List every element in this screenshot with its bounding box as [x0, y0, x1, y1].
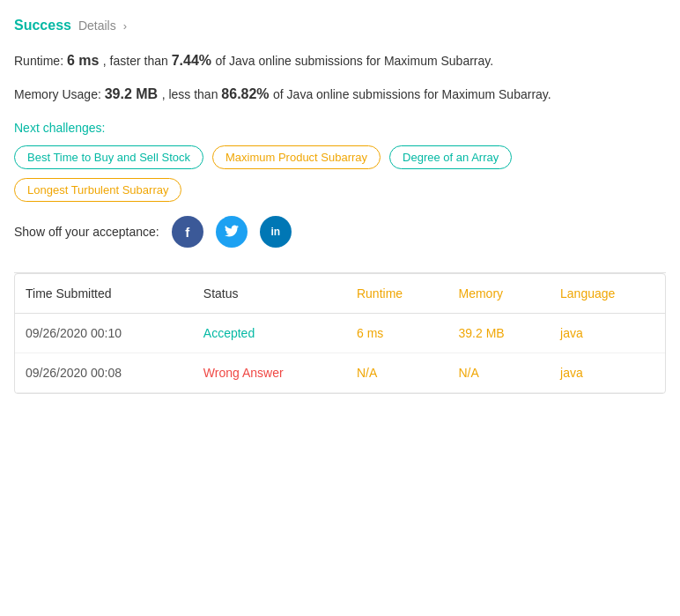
status-cell: Accepted: [193, 314, 346, 353]
details-link[interactable]: Details: [78, 19, 116, 33]
challenge-tag[interactable]: Best Time to Buy and Sell Stock: [14, 145, 203, 169]
next-challenges-label: Next challenges:: [14, 121, 666, 135]
twitter-button[interactable]: [216, 216, 248, 248]
success-label: Success: [14, 18, 71, 33]
facebook-button[interactable]: f: [172, 216, 203, 248]
share-row: Show off your acceptance: f in: [14, 216, 666, 248]
table-header: Time SubmittedStatusRuntimeMemoryLanguag…: [15, 274, 665, 314]
challenge-tag[interactable]: Longest Turbulent Subarray: [14, 178, 181, 202]
table-body: 09/26/2020 00:10Accepted6 ms39.2 MBjava0…: [15, 314, 665, 393]
challenge-tag[interactable]: Maximum Product Subarray: [212, 145, 381, 169]
runtime-percent: 7.44%: [172, 53, 216, 68]
linkedin-icon: in: [270, 226, 280, 238]
runtime-value: 6 ms: [67, 53, 103, 68]
table-header-cell: Time Submitted: [15, 274, 193, 314]
linkedin-button[interactable]: in: [260, 216, 292, 248]
twitter-icon: [225, 225, 239, 240]
table-header-cell: Status: [193, 274, 346, 314]
challenge-tags-container: Best Time to Buy and Sell StockMaximum P…: [14, 145, 666, 202]
challenge-tag[interactable]: Degree of an Array: [389, 145, 512, 169]
table-header-cell: Memory: [448, 274, 551, 314]
table-header-row: Time SubmittedStatusRuntimeMemoryLanguag…: [15, 274, 665, 314]
chevron-icon: ›: [123, 19, 127, 33]
memory-cell: 39.2 MB: [448, 314, 551, 353]
memory-stat: Memory Usage: 39.2 MB , less than 86.82%…: [14, 83, 666, 106]
memory-prefix: Memory Usage:: [14, 87, 101, 101]
language-cell: java: [550, 314, 665, 353]
submissions-table-wrapper: Time SubmittedStatusRuntimeMemoryLanguag…: [14, 273, 666, 394]
runtime-cell: 6 ms: [346, 314, 448, 353]
memory-value: 39.2 MB: [105, 86, 162, 101]
status-cell: Wrong Answer: [193, 353, 346, 393]
table-row: 09/26/2020 00:10Accepted6 ms39.2 MBjava: [15, 314, 665, 353]
table-header-cell: Language: [550, 274, 665, 314]
runtime-stat: Runtime: 6 ms , faster than 7.44% of Jav…: [14, 49, 666, 72]
submissions-table: Time SubmittedStatusRuntimeMemoryLanguag…: [15, 274, 665, 393]
memory-suffix: of Java online submissions for Maximum S…: [273, 87, 551, 101]
share-label: Show off your acceptance:: [14, 225, 159, 239]
facebook-icon: f: [185, 225, 189, 240]
runtime-middle: , faster than: [103, 54, 172, 68]
table-row: 09/26/2020 00:08Wrong AnswerN/AN/Ajava: [15, 353, 665, 393]
runtime-cell: N/A: [346, 353, 448, 393]
runtime-suffix: of Java online submissions for Maximum S…: [215, 54, 493, 68]
runtime-prefix: Runtime:: [14, 54, 63, 68]
language-cell: java: [550, 353, 665, 393]
memory-percent: 86.82%: [221, 86, 273, 101]
result-header: Success Details ›: [14, 18, 666, 33]
memory-middle: , less than: [162, 87, 222, 101]
memory-cell: N/A: [448, 353, 551, 393]
time-cell: 09/26/2020 00:10: [15, 314, 193, 353]
time-cell: 09/26/2020 00:08: [15, 353, 193, 393]
table-header-cell: Runtime: [346, 274, 448, 314]
